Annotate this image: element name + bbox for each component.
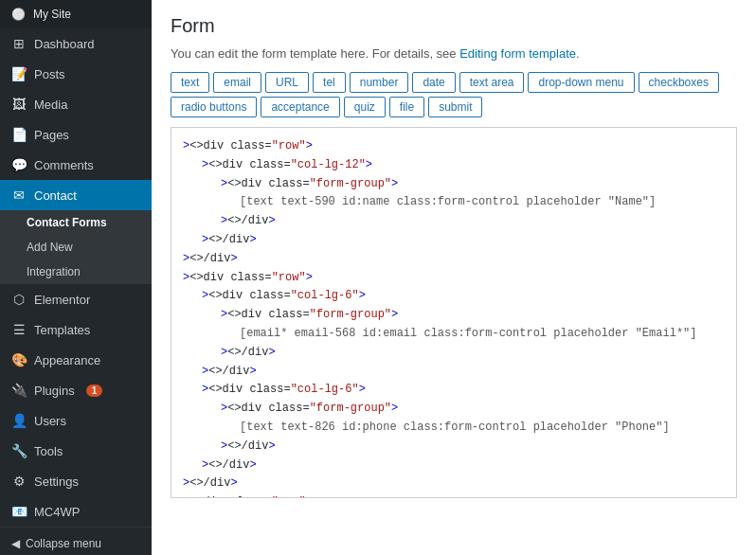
collapse-menu-button[interactable]: ◀ Collapse menu bbox=[0, 527, 152, 555]
settings-icon: ⚙ bbox=[11, 474, 27, 489]
tag-btn-acceptance[interactable]: acceptance bbox=[261, 97, 339, 117]
sidebar-item-comments[interactable]: 💬 Comments bbox=[0, 150, 152, 180]
collapse-label: Collapse menu bbox=[26, 537, 101, 550]
tag-btn-url[interactable]: URL bbox=[265, 72, 309, 93]
code-editor-wrapper: ><>div class="row">><>div class="col-lg-… bbox=[171, 127, 737, 498]
sidebar-label-tools: Tools bbox=[34, 444, 63, 458]
tag-btn-radio[interactable]: radio buttons bbox=[171, 97, 257, 117]
sidebar-label-contact: Contact bbox=[34, 188, 77, 203]
sidebar-label-posts: Posts bbox=[34, 67, 65, 81]
pages-icon: 📄 bbox=[11, 127, 27, 142]
posts-icon: 📝 bbox=[11, 66, 27, 81]
integration-label: Integration bbox=[27, 265, 81, 278]
tag-btn-email[interactable]: email bbox=[213, 72, 261, 93]
sidebar-label-media: Media bbox=[34, 98, 67, 112]
sidebar-label-templates: Templates bbox=[34, 323, 90, 337]
sidebar: ⚪ My Site ⊞ Dashboard 📝 Posts 🖼 Media 📄 … bbox=[0, 0, 152, 555]
tag-btn-file[interactable]: file bbox=[389, 97, 424, 117]
sidebar-label-elementor: Elementor bbox=[34, 293, 90, 307]
tag-btn-tel[interactable]: tel bbox=[313, 72, 346, 93]
page-title: Form bbox=[171, 15, 737, 37]
comments-icon: 💬 bbox=[11, 157, 27, 172]
tag-btn-text[interactable]: text bbox=[171, 72, 209, 93]
tag-btn-checkboxes[interactable]: checkboxes bbox=[639, 72, 719, 93]
sidebar-label-comments: Comments bbox=[34, 158, 94, 172]
code-editor[interactable]: ><>div class="row">><>div class="col-lg-… bbox=[171, 128, 736, 497]
sidebar-label-users: Users bbox=[34, 414, 66, 428]
sidebar-label-pages: Pages bbox=[34, 128, 69, 142]
sidebar-item-pages[interactable]: 📄 Pages bbox=[0, 119, 152, 150]
main-content: Form You can edit the form template here… bbox=[152, 0, 756, 555]
tag-btn-submit[interactable]: submit bbox=[428, 97, 482, 117]
sidebar-item-media[interactable]: 🖼 Media bbox=[0, 89, 152, 119]
tag-btn-textarea[interactable]: text area bbox=[459, 72, 525, 93]
tag-buttons-container: text email URL tel number date text area… bbox=[171, 72, 737, 117]
tag-btn-date[interactable]: date bbox=[412, 72, 455, 93]
collapse-arrow-icon: ◀ bbox=[11, 537, 20, 550]
sidebar-item-settings[interactable]: ⚙ Settings bbox=[0, 466, 152, 496]
plugins-icon: 🔌 bbox=[11, 383, 27, 398]
sidebar-item-tools[interactable]: 🔧 Tools bbox=[0, 436, 152, 466]
sidebar-logo: ⚪ My Site bbox=[0, 0, 152, 28]
tag-btn-dropdown[interactable]: drop-down menu bbox=[528, 72, 634, 93]
sidebar-item-templates[interactable]: ☰ Templates bbox=[0, 314, 152, 345]
form-description: You can edit the form template here. For… bbox=[171, 46, 737, 61]
sidebar-item-mc4wp[interactable]: 📧 MC4WP bbox=[0, 496, 152, 527]
wordpress-icon: ⚪ bbox=[11, 8, 26, 21]
tag-btn-quiz[interactable]: quiz bbox=[344, 97, 386, 117]
contact-icon: ✉ bbox=[11, 188, 27, 203]
contact-forms-label: Contact Forms bbox=[27, 216, 107, 229]
sidebar-item-appearance[interactable]: 🎨 Appearance bbox=[0, 345, 152, 375]
plugins-badge: 1 bbox=[86, 385, 103, 397]
templates-icon: ☰ bbox=[11, 322, 27, 337]
sidebar-label-appearance: Appearance bbox=[34, 353, 100, 367]
add-new-label: Add New bbox=[27, 241, 73, 254]
elementor-icon: ⬡ bbox=[11, 292, 27, 307]
sidebar-item-integration[interactable]: Integration bbox=[0, 260, 152, 284]
mc4wp-icon: 📧 bbox=[11, 504, 27, 519]
sidebar-item-users[interactable]: 👤 Users bbox=[0, 405, 152, 436]
site-name: My Site bbox=[33, 8, 71, 21]
sidebar-item-posts[interactable]: 📝 Posts bbox=[0, 59, 152, 89]
sidebar-item-plugins[interactable]: 🔌 Plugins 1 bbox=[0, 375, 152, 405]
sidebar-item-elementor[interactable]: ⬡ Elementor bbox=[0, 284, 152, 314]
sidebar-label-plugins: Plugins bbox=[34, 384, 75, 398]
sidebar-item-contact-forms[interactable]: Contact Forms bbox=[0, 210, 152, 235]
sidebar-item-dashboard[interactable]: ⊞ Dashboard bbox=[0, 28, 152, 59]
sidebar-item-add-new[interactable]: Add New bbox=[0, 235, 152, 260]
sidebar-label-dashboard: Dashboard bbox=[34, 37, 95, 51]
users-icon: 👤 bbox=[11, 413, 27, 428]
dashboard-icon: ⊞ bbox=[11, 36, 27, 51]
appearance-icon: 🎨 bbox=[11, 352, 27, 367]
editing-form-template-link[interactable]: Editing form template bbox=[459, 46, 576, 61]
description-text: You can edit the form template here. For… bbox=[171, 46, 459, 61]
sidebar-item-contact[interactable]: ✉ Contact bbox=[0, 180, 152, 210]
contact-submenu: Contact Forms Add New Integration bbox=[0, 210, 152, 284]
tag-btn-number[interactable]: number bbox=[350, 72, 409, 93]
sidebar-label-settings: Settings bbox=[34, 474, 79, 489]
sidebar-label-mc4wp: MC4WP bbox=[34, 505, 80, 519]
tools-icon: 🔧 bbox=[11, 443, 27, 458]
media-icon: 🖼 bbox=[11, 97, 27, 112]
